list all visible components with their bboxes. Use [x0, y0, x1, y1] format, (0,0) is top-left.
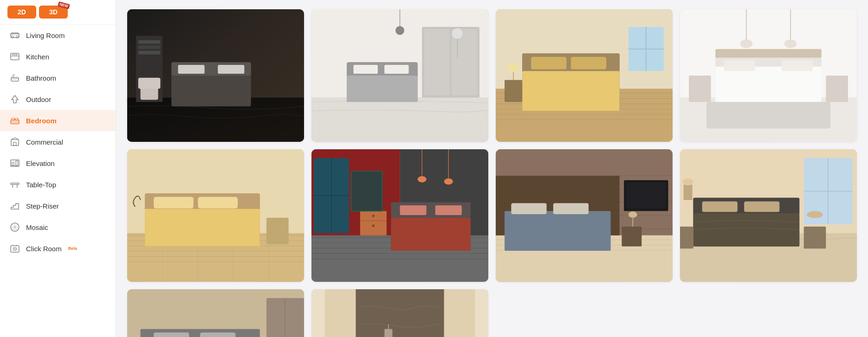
svg-rect-177	[154, 332, 189, 337]
svg-rect-133	[351, 171, 382, 211]
click-room-icon	[9, 243, 20, 254]
elevation-icon	[9, 158, 20, 169]
svg-point-87	[784, 39, 797, 48]
living-room-icon	[9, 30, 20, 41]
svg-rect-150	[626, 182, 666, 209]
svg-rect-48	[353, 65, 377, 74]
svg-rect-77	[715, 49, 822, 58]
view-toggle: 2D 3D NEW	[0, 0, 116, 25]
gallery-item-6[interactable]	[311, 149, 488, 282]
sidebar-label-elevation: Elevation	[26, 159, 55, 167]
svg-rect-82	[826, 76, 848, 102]
svg-rect-15	[13, 142, 16, 146]
svg-rect-196	[475, 289, 488, 337]
gallery-item-10[interactable]	[311, 289, 488, 337]
svg-rect-127	[400, 205, 427, 215]
sidebar-item-commercial[interactable]: Commercial	[0, 131, 116, 153]
bedroom-icon	[9, 115, 20, 126]
svg-point-26	[14, 248, 15, 249]
sidebar-item-step-riser[interactable]: Step-Riser	[0, 195, 116, 216]
sidebar-label-step-riser: Step-Riser	[26, 202, 59, 210]
gallery-item-4[interactable]	[680, 9, 857, 142]
svg-rect-47	[347, 76, 417, 102]
svg-point-6	[14, 54, 16, 56]
gallery-item-3[interactable]	[496, 9, 673, 142]
svg-rect-106	[198, 197, 238, 209]
svg-rect-178	[200, 332, 235, 337]
gallery-item-9[interactable]: `	[127, 289, 304, 337]
svg-rect-31	[178, 65, 205, 74]
mosaic-icon	[9, 222, 20, 233]
svg-rect-79	[715, 67, 822, 102]
svg-rect-146	[505, 211, 611, 251]
svg-rect-41	[311, 98, 488, 142]
svg-point-130	[418, 176, 427, 182]
gallery-item-8[interactable]	[680, 149, 857, 282]
svg-rect-169	[684, 184, 693, 200]
gallery-grid: `	[127, 9, 857, 337]
sidebar-item-bathroom[interactable]: Bathroom	[0, 67, 116, 89]
svg-point-85	[740, 39, 753, 48]
svg-point-132	[444, 178, 453, 184]
svg-point-167	[807, 211, 823, 218]
svg-rect-104	[145, 209, 260, 246]
svg-point-7	[16, 54, 18, 56]
svg-rect-80	[724, 60, 755, 71]
svg-rect-34	[138, 40, 161, 44]
svg-rect-66	[531, 57, 566, 70]
svg-rect-32	[218, 65, 244, 74]
sidebar-label-bedroom: Bedroom	[26, 117, 57, 125]
sidebar-item-click-room[interactable]: Click RoomBeta	[0, 238, 116, 259]
svg-point-5	[13, 54, 14, 56]
svg-point-70	[507, 63, 520, 72]
svg-rect-163	[702, 201, 738, 212]
svg-rect-126	[391, 217, 470, 250]
svg-rect-162	[693, 213, 800, 246]
toggle-2d-button[interactable]: 2D	[7, 6, 36, 19]
svg-rect-65	[522, 71, 620, 111]
gallery-item-1[interactable]	[127, 9, 304, 142]
svg-rect-165	[804, 226, 826, 248]
sidebar-label-outdoor: Outdoor	[26, 95, 51, 103]
svg-point-122	[372, 215, 375, 217]
svg-rect-35	[138, 45, 161, 49]
svg-rect-44	[452, 29, 477, 95]
table-top-icon	[9, 179, 20, 190]
sidebar-item-bedroom[interactable]: Bedroom	[0, 110, 116, 131]
svg-rect-36	[138, 51, 161, 55]
svg-rect-38	[138, 78, 161, 89]
sidebar-label-bathroom: Bathroom	[26, 74, 56, 82]
sidebar-label-kitchen: Kitchen	[26, 53, 49, 61]
svg-rect-68	[505, 80, 522, 102]
svg-rect-20	[11, 183, 19, 184]
svg-rect-193	[384, 329, 392, 337]
toggle-3d-button[interactable]: 3D NEW	[39, 6, 68, 19]
svg-rect-168	[680, 226, 693, 248]
sidebar-item-outdoor[interactable]: Outdoor	[0, 89, 116, 110]
sidebar-item-elevation[interactable]: Elevation	[0, 153, 116, 174]
gallery-item-7[interactable]	[496, 149, 673, 282]
svg-rect-128	[435, 205, 462, 215]
sidebar-item-mosaic[interactable]: Mosaic	[0, 216, 116, 238]
main-content: `	[116, 0, 868, 337]
svg-rect-148	[553, 203, 589, 214]
sidebar-item-table-top[interactable]: Table-Top	[0, 174, 116, 195]
sidebar-item-living-room[interactable]: Living Room	[0, 25, 116, 46]
svg-rect-43	[424, 29, 450, 95]
outdoor-icon	[9, 94, 20, 105]
sidebar-item-kitchen[interactable]: Kitchen	[0, 46, 116, 67]
sidebar-label-click-room: Click Room	[26, 245, 62, 253]
kitchen-icon	[9, 51, 20, 62]
svg-rect-107	[266, 217, 289, 244]
gallery-item-5[interactable]	[127, 149, 304, 282]
svg-rect-151	[622, 226, 641, 246]
svg-rect-67	[571, 57, 606, 70]
svg-point-153	[628, 211, 637, 217]
step-riser-icon	[9, 200, 20, 211]
gallery-item-2[interactable]	[311, 9, 488, 142]
commercial-icon	[9, 136, 20, 147]
sidebar-label-table-top: Table-Top	[26, 181, 56, 189]
sidebar-nav: Living Room Kitchen	[0, 25, 116, 259]
svg-rect-49	[384, 65, 408, 74]
svg-rect-88	[706, 102, 830, 128]
